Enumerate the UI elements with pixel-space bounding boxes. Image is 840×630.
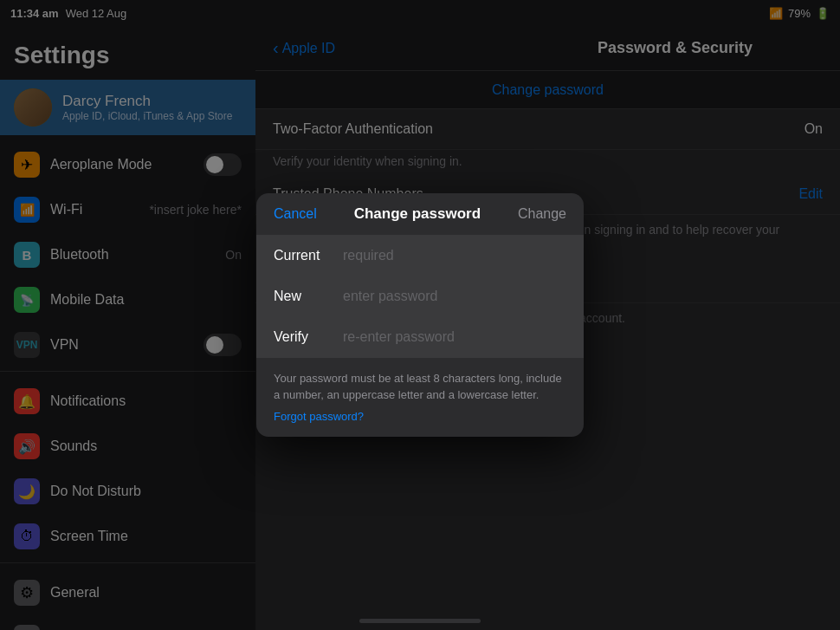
modal-overlay[interactable]: Cancel Change password Change Current Ne… <box>0 0 840 630</box>
forgot-password-link[interactable]: Forgot password? <box>256 408 584 437</box>
modal-header: Cancel Change password Change <box>256 193 584 236</box>
modal-field-verify: Verify <box>256 317 584 358</box>
new-password-input[interactable] <box>343 289 566 304</box>
modal-field-new: New <box>256 276 584 317</box>
current-label: Current <box>274 248 343 263</box>
current-password-input[interactable] <box>343 248 566 263</box>
modal-field-current: Current <box>256 236 584 276</box>
modal-hint: Your password must be at least 8 charact… <box>256 358 584 408</box>
new-label: New <box>274 289 343 304</box>
verify-label: Verify <box>274 329 343 345</box>
change-password-modal: Cancel Change password Change Current Ne… <box>256 193 584 437</box>
modal-hint-text: Your password must be at least 8 charact… <box>274 372 562 401</box>
modal-title: Change password <box>354 205 481 223</box>
modal-change-button[interactable]: Change <box>518 206 566 222</box>
verify-password-input[interactable] <box>343 329 566 345</box>
modal-cancel-button[interactable]: Cancel <box>274 206 317 222</box>
